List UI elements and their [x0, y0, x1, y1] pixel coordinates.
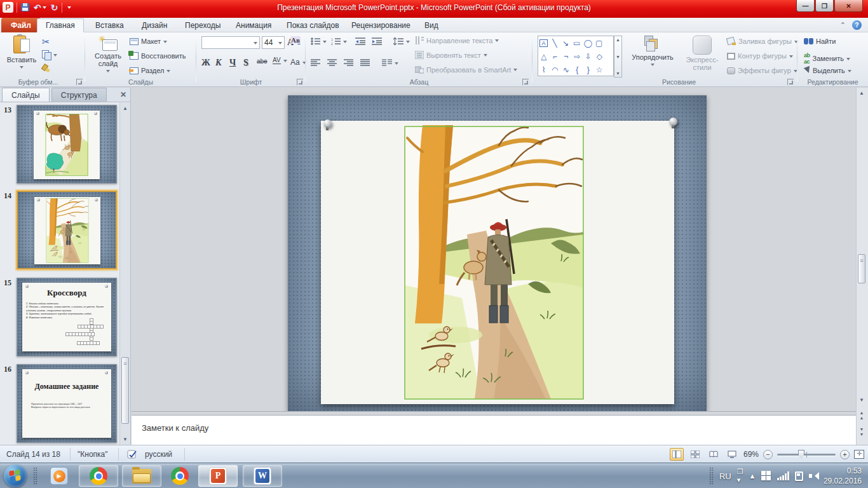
clear-formatting-button[interactable]: Ав	[290, 36, 301, 44]
slideshow-view-button[interactable]	[725, 448, 739, 461]
align-left-button[interactable]	[311, 59, 320, 67]
tab-slideshow[interactable]: Показ слайдов	[278, 18, 348, 32]
taskbar-media-player[interactable]: ▶	[44, 465, 74, 487]
select-button[interactable]: Выделить	[804, 67, 851, 74]
action-center-icon[interactable]	[795, 471, 803, 481]
taskbar-chrome-1[interactable]	[79, 465, 118, 487]
zoom-out-button[interactable]: −	[763, 450, 773, 459]
paste-button[interactable]: Вставить	[5, 34, 38, 69]
current-slide[interactable]	[288, 95, 707, 411]
shapes-gallery[interactable]: A ╲ ↘ ▭ ◯ ▢ △ ⌐ ¬ ⇨ ⇩ ◇ ⌇ ◠	[538, 36, 614, 76]
arrange-button[interactable]: Упорядочить	[629, 36, 676, 67]
curve-shape-icon[interactable]: ∿	[560, 65, 572, 74]
theme-name[interactable]: "Кнопка"	[71, 445, 114, 463]
volume-icon[interactable]	[809, 472, 818, 480]
font-name-combo[interactable]	[201, 36, 260, 49]
minimize-ribbon-icon[interactable]: ⌃	[840, 21, 846, 29]
slide-editing-area[interactable]	[132, 88, 856, 411]
previous-slide-button[interactable]: ▲▲	[857, 410, 866, 420]
tab-file[interactable]: Файл	[1, 18, 41, 32]
close-button[interactable]: ✕	[834, 0, 863, 12]
copy-button[interactable]	[42, 50, 57, 59]
show-hidden-icons[interactable]: ▲	[749, 472, 756, 480]
tab-review[interactable]: Рецензирование	[343, 18, 419, 32]
main-scrollbar[interactable]: ▲ ▼ ▲▲ ▼▼	[856, 88, 868, 445]
notes-placeholder[interactable]: Заметки к слайду	[142, 423, 208, 433]
tab-home[interactable]: Главная	[37, 18, 84, 32]
change-case-button[interactable]: Aa	[290, 58, 306, 67]
shape-effects-button[interactable]: Эффекты фигур	[727, 67, 797, 74]
taskbar-grip[interactable]	[33, 467, 37, 485]
reset-button[interactable]: Восстановить	[130, 52, 186, 60]
taskbar-powerpoint[interactable]: P	[198, 465, 238, 487]
star-shape-icon[interactable]: ☆	[594, 65, 606, 74]
notes-pane[interactable]: Заметки к слайду	[132, 416, 856, 445]
fit-to-window-button[interactable]	[854, 450, 864, 459]
elbow-shape-icon[interactable]: ⌐	[550, 52, 561, 61]
normal-view-button[interactable]	[670, 448, 684, 461]
drawing-dialog-launcher[interactable]	[787, 79, 794, 85]
down-arrow-shape-icon[interactable]: ⇩	[583, 52, 594, 61]
right-brace-shape-icon[interactable]: }	[583, 65, 594, 74]
notes-splitter[interactable]	[132, 411, 856, 416]
line-shape-icon[interactable]: ╲	[549, 39, 560, 48]
increase-indent-button[interactable]	[372, 37, 382, 45]
tab-animations[interactable]: Анимация	[227, 18, 280, 32]
panel-scrollbar[interactable]: ▲ ▼	[119, 103, 130, 445]
taskbar-clock[interactable]: 0:53 29.02.2016	[824, 466, 862, 486]
quick-styles-button[interactable]: Экспресс-стили	[677, 36, 727, 71]
layout-button[interactable]: Макет	[130, 37, 167, 45]
underline-button[interactable]: Ч	[229, 58, 236, 68]
new-slide-button[interactable]: ✳ Создать слайд	[90, 34, 126, 73]
format-painter-button[interactable]	[42, 64, 51, 73]
slide-thumbnail-15[interactable]: Кроссворд 1. Кличка собаки охотника. 2. …	[17, 278, 117, 356]
tab-design[interactable]: Дизайн	[133, 18, 175, 32]
tab-slides[interactable]: Слайды	[2, 88, 50, 102]
help-icon[interactable]: ?	[852, 20, 862, 30]
language-indicator[interactable]: RU	[719, 471, 731, 481]
align-text-button[interactable]: Выровнять текст	[415, 51, 487, 59]
zoom-in-button[interactable]: +	[840, 450, 850, 459]
scroll-down-icon[interactable]: ▼	[121, 435, 130, 444]
shape-fill-button[interactable]: Заливка фигуры	[727, 37, 798, 45]
cut-button[interactable]: ✂	[42, 36, 50, 48]
justify-button[interactable]	[360, 59, 370, 67]
font-size-combo[interactable]: 44	[262, 36, 285, 49]
oval-shape-icon[interactable]: ◯	[583, 39, 594, 48]
numbering-button[interactable]: 12	[331, 37, 347, 45]
elbow-arrow-shape-icon[interactable]: ¬	[560, 52, 572, 61]
textbox-shape-icon[interactable]: A	[539, 39, 548, 47]
bullets-button[interactable]	[311, 37, 327, 45]
text-shadow-button[interactable]: S	[243, 58, 248, 68]
align-right-button[interactable]	[344, 59, 353, 67]
section-button[interactable]: Раздел	[130, 67, 170, 74]
slide-thumbnail-13[interactable]	[17, 105, 117, 184]
convert-smartart-button[interactable]: Преобразовать в SmartArt	[415, 65, 517, 74]
replace-button[interactable]: abacЗаменить	[804, 52, 850, 65]
taskbar-explorer[interactable]	[122, 465, 161, 487]
italic-button[interactable]: К	[215, 58, 222, 68]
panel-close-icon[interactable]: ✕	[120, 90, 126, 99]
shape-outline-button[interactable]: Контур фигуры	[727, 52, 793, 60]
start-button[interactable]	[4, 464, 27, 487]
character-spacing-button[interactable]: AV	[273, 57, 287, 64]
taskbar-grip[interactable]	[709, 467, 714, 485]
panel-scroll-thumb[interactable]	[121, 357, 129, 424]
network-icon[interactable]	[777, 471, 789, 480]
font-dialog-launcher[interactable]	[297, 79, 303, 85]
slide-thumbnail-14[interactable]	[17, 191, 117, 269]
restore-button[interactable]: ❐	[815, 0, 834, 12]
tab-outline[interactable]: Структура	[51, 88, 107, 102]
taskbar-chrome-2[interactable]	[165, 465, 194, 487]
shapes-gallery-scrollbar[interactable]: ▲▼▼	[614, 36, 622, 78]
keyboard-layout-icon[interactable]: ❐▾	[737, 468, 743, 484]
slide-thumbnail-16[interactable]: Домашнее задание Прочитать рассказ на ст…	[17, 364, 117, 443]
right-arrow-shape-icon[interactable]: ⇨	[572, 52, 583, 61]
pentagon-shape-icon[interactable]: ◇	[594, 52, 606, 61]
arrow-shape-icon[interactable]: ↘	[560, 39, 572, 48]
minimize-button[interactable]: —	[796, 0, 815, 12]
language-indicator[interactable]: русский	[139, 445, 179, 463]
triangle-shape-icon[interactable]: △	[538, 52, 550, 61]
paragraph-dialog-launcher[interactable]	[522, 79, 529, 85]
clipboard-dialog-launcher[interactable]	[76, 79, 83, 85]
